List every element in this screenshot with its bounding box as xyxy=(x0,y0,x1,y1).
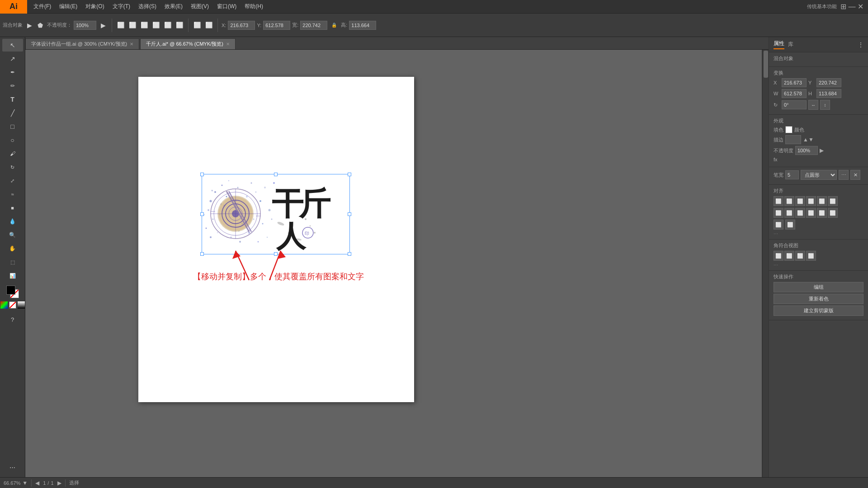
w-input[interactable] xyxy=(300,21,327,30)
tab-2-close[interactable]: ✕ xyxy=(226,42,230,47)
tab-1-close[interactable]: ✕ xyxy=(130,42,133,47)
y-input[interactable] xyxy=(263,21,290,30)
question-tool[interactable]: ? xyxy=(2,313,23,326)
align-right-btn[interactable]: ⬜ xyxy=(139,20,149,30)
rect-tool[interactable]: □ xyxy=(2,120,23,133)
opacity-expand-btn[interactable]: ▶ xyxy=(98,20,108,30)
fill-stroke-control[interactable] xyxy=(6,286,19,298)
menu-text[interactable]: 文字(T) xyxy=(109,1,134,12)
panel-tab-properties[interactable]: 属性 xyxy=(774,40,784,49)
rotate-tool[interactable]: ↻ xyxy=(2,161,23,174)
dist-h-center2-btn[interactable]: ⬜ xyxy=(784,208,794,218)
fill-color-indicator[interactable] xyxy=(785,126,793,133)
dist-top-btn[interactable]: ⬜ xyxy=(806,208,816,218)
align-center-btn[interactable]: ⬜ xyxy=(127,20,137,30)
h-input[interactable] xyxy=(349,21,376,30)
none-mode-btn[interactable] xyxy=(9,301,16,309)
handle-br[interactable] xyxy=(348,252,351,256)
stroke-type-select[interactable]: 点圆形 点方形 实线 xyxy=(801,170,837,180)
menu-select[interactable]: 选择(S) xyxy=(135,1,160,12)
menu-edit[interactable]: 编辑(E) xyxy=(56,1,81,12)
stroke-value-input[interactable] xyxy=(785,135,801,144)
constrain-btn[interactable]: 🔒 xyxy=(329,20,339,30)
scrollbar-thumb[interactable] xyxy=(764,51,768,78)
direct-select-tool[interactable]: ↗ xyxy=(2,52,23,65)
w-value-input[interactable] xyxy=(782,89,807,98)
pf-intersect-btn[interactable]: ⬜ xyxy=(795,251,805,261)
align-left-edge-btn[interactable]: ⬜ xyxy=(774,196,783,206)
dist-bottom-btn[interactable]: ⬜ xyxy=(828,208,838,218)
flip-v-btn[interactable]: ↕ xyxy=(820,100,830,110)
dist-h-gap-btn[interactable]: ⬜ xyxy=(774,220,783,230)
y-value-input[interactable] xyxy=(816,78,841,87)
pf-minus-btn[interactable]: ⬜ xyxy=(784,251,794,261)
panel-options-icon[interactable]: ⋮ xyxy=(858,42,863,48)
align-left-btn[interactable]: ⬜ xyxy=(116,20,126,30)
align-v-center-btn[interactable]: ⬜ xyxy=(817,196,827,206)
pencil-tool[interactable]: ✏ xyxy=(2,80,23,92)
menu-effect[interactable]: 效果(E) xyxy=(161,1,186,12)
canvas-area[interactable]: 干 斤 人 印 xyxy=(25,50,761,477)
flip-h-btn[interactable]: ↔ xyxy=(808,100,818,110)
stroke-options-btn[interactable]: ⋯ xyxy=(839,170,849,180)
ellipse-tool[interactable]: ○ xyxy=(2,134,23,146)
brush-tool[interactable]: 🖌 xyxy=(2,147,23,160)
prev-page-btn[interactable]: ◀ xyxy=(35,480,39,486)
rotate-input[interactable] xyxy=(782,100,807,109)
tab-2[interactable]: 千斤人.ai* @ 66.67% (CMYK/预览) ✕ xyxy=(140,38,236,49)
menu-view[interactable]: 视图(V) xyxy=(187,1,212,12)
color-mode-btn[interactable] xyxy=(0,301,8,309)
pf-exclude-btn[interactable]: ⬜ xyxy=(806,251,816,261)
more-tools[interactable]: ⋯ xyxy=(2,461,23,474)
edit-group-btn[interactable]: 编组 xyxy=(774,282,863,292)
dist-v-center2-btn[interactable]: ⬜ xyxy=(817,208,827,218)
text-tool[interactable]: T xyxy=(2,93,23,106)
align-bottom-edge-btn[interactable]: ⬜ xyxy=(828,196,838,206)
vertical-scrollbar[interactable] xyxy=(762,50,769,477)
align-middle-btn[interactable]: ⬜ xyxy=(163,20,173,30)
dist-v-gap-btn[interactable]: ⬜ xyxy=(785,220,795,230)
graph-tool[interactable]: 📊 xyxy=(2,269,23,282)
align-top-btn[interactable]: ⬜ xyxy=(151,20,161,30)
next-page-btn[interactable]: ▶ xyxy=(57,480,61,486)
menu-object[interactable]: 对象(O) xyxy=(82,1,108,12)
x-value-input[interactable] xyxy=(782,78,807,87)
warp-tool[interactable]: ≈ xyxy=(2,188,23,201)
stroke-width-input[interactable] xyxy=(785,170,799,179)
gradient-mode-btn[interactable] xyxy=(18,301,25,309)
dist-v-btn[interactable]: ⬜ xyxy=(204,20,214,30)
opacity-input[interactable] xyxy=(74,21,96,30)
gradient-tool[interactable]: ■ xyxy=(2,202,23,214)
panel-tab-library[interactable]: 库 xyxy=(788,41,793,48)
selection-tool-btn[interactable]: ▶ xyxy=(24,20,34,30)
stroke-delete-btn[interactable]: ✕ xyxy=(850,170,860,180)
menu-help[interactable]: 帮助(H) xyxy=(241,1,267,12)
align-h-center-btn[interactable]: ⬜ xyxy=(784,196,794,206)
select-tool[interactable]: ↖ xyxy=(2,39,23,52)
opacity-expand-icon[interactable]: ▶ xyxy=(820,147,824,154)
line-tool[interactable]: ╱ xyxy=(2,107,23,119)
recolor-btn[interactable]: 重新着色 xyxy=(774,294,863,304)
menu-file[interactable]: 文件(F) xyxy=(30,1,55,12)
x-input[interactable] xyxy=(228,21,255,30)
zoom-tool[interactable]: 🔍 xyxy=(2,229,23,241)
tab-1[interactable]: 字体设计作品一组.ai @ 300% (CMYK/预览) ✕ xyxy=(25,38,139,49)
handle-tr[interactable] xyxy=(348,173,351,176)
align-bottom-btn[interactable]: ⬜ xyxy=(175,20,184,30)
eyedropper-tool[interactable]: 💧 xyxy=(2,215,23,228)
dist-right-btn[interactable]: ⬜ xyxy=(795,208,805,218)
hand-tool[interactable]: ✋ xyxy=(2,242,23,255)
zoom-down-btn[interactable]: ▼ xyxy=(22,480,28,486)
h-value-input[interactable] xyxy=(816,89,841,98)
opacity-panel-input[interactable] xyxy=(795,146,818,155)
artboard-tool[interactable]: ⬚ xyxy=(2,256,23,268)
create-mask-btn[interactable]: 建立剪切蒙版 xyxy=(774,305,863,316)
pf-unite-btn[interactable]: ⬜ xyxy=(774,251,783,261)
fill-swatch[interactable] xyxy=(6,286,15,295)
menu-window[interactable]: 窗口(W) xyxy=(213,1,240,12)
align-top-edge-btn[interactable]: ⬜ xyxy=(806,196,816,206)
scale-tool[interactable]: ⤢ xyxy=(2,174,23,187)
align-right-edge-btn[interactable]: ⬜ xyxy=(795,196,805,206)
dist-left-btn[interactable]: ⬜ xyxy=(774,208,783,218)
dist-h-btn[interactable]: ⬜ xyxy=(192,20,202,30)
